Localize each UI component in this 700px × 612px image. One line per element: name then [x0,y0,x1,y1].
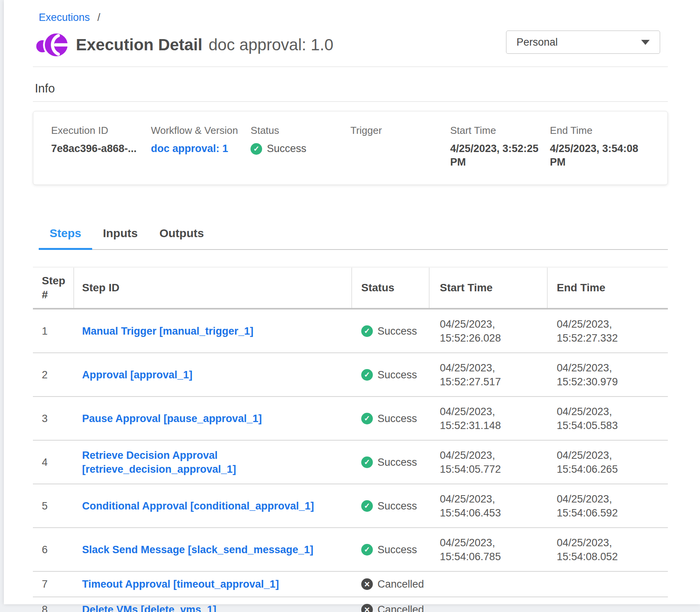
title-row: Execution Detail doc approval: 1.0 Perso… [35,30,668,60]
step-id-cell: Approval [approval_1] [74,362,341,387]
step-status: ✓Success [352,362,429,387]
main-panel: Executions / Execution Detail doc approv… [4,0,700,604]
table-row: 1Manual Trigger [manual_trigger_1]✓Succe… [33,309,668,353]
table-row: 2Approval [approval_1]✓Success04/25/2023… [33,353,668,397]
step-status: ✕Cancelled [352,597,429,612]
table-row: 6Slack Send Message [slack_send_message_… [33,528,668,572]
step-number: 8 [33,597,74,612]
step-start-time: 04/25/2023, 15:52:26.028 [429,312,534,350]
title-divider [33,67,668,67]
tab-inputs[interactable]: Inputs [92,227,149,250]
table-row: 7Timeout Approval [timeout_approval_1]✕C… [33,572,668,597]
step-status: ✓Success [352,450,429,475]
tab-steps[interactable]: Steps [39,227,92,250]
step-end-time: 04/25/2023, 15:54:05.583 [547,399,652,438]
steps-table: Step # Step ID Status Start Time End Tim… [33,267,668,612]
success-check-icon: ✓ [361,500,373,512]
success-check-icon: ✓ [361,413,373,424]
success-check-icon: ✓ [250,143,262,155]
success-check-icon: ✓ [361,325,373,337]
step-status: ✕Cancelled [352,572,429,597]
info-label: Execution ID [51,125,147,137]
step-end-time: 04/25/2023, 15:54:08.052 [547,530,652,569]
step-id-cell: Slack Send Message [slack_send_message_1… [74,537,341,562]
status-text: Success [377,412,417,426]
step-id-cell: Pause Approval [pause_approval_1] [74,406,341,431]
step-id-link[interactable]: Pause Approval [pause_approval_1] [82,413,262,424]
col-header-step-id: Step ID [74,277,352,299]
execution-status: ✓ Success [250,142,347,156]
info-label: Workflow & Version [151,125,247,137]
workspace-selector[interactable]: Personal [506,31,660,54]
workflow-version-link[interactable]: doc approval: 1 [151,142,247,156]
info-section-title: Info [35,82,668,96]
col-header-end-time: End Time [547,277,668,299]
tab-bar: Steps Inputs Outputs [39,227,668,250]
info-field-status: Status ✓ Success [250,125,350,169]
step-id-link[interactable]: Approval [approval_1] [82,369,192,381]
step-number: 5 [33,494,74,518]
status-text: Success [377,499,417,513]
col-header-start-time: Start Time [429,277,547,299]
step-number: 7 [33,572,74,597]
status-text: Success [377,368,417,382]
page-subtitle: doc approval: 1.0 [209,36,333,54]
status-text: Success [377,324,417,338]
step-id-link[interactable]: Conditional Approval [conditional_approv… [82,500,314,512]
step-number: 2 [33,362,74,387]
cancelled-x-icon: ✕ [361,604,373,612]
step-id-cell: Conditional Approval [conditional_approv… [74,494,341,518]
info-label: Start Time [450,125,546,137]
status-text: Cancelled [377,603,424,612]
col-header-step-number: Step # [33,270,74,306]
step-start-time [429,604,534,612]
step-id-link[interactable]: Retrieve Decision Approval [retrieve_dec… [82,450,236,475]
step-start-time: 04/25/2023, 15:52:31.148 [429,399,534,438]
info-label: Trigger [350,125,446,137]
info-divider [33,101,668,102]
step-end-time: 04/25/2023, 15:52:30.979 [547,356,652,394]
status-text: Success [267,142,306,156]
step-start-time [429,579,534,590]
tab-outputs[interactable]: Outputs [149,227,215,250]
col-header-status: Status [352,277,429,299]
step-id-link[interactable]: Slack Send Message [slack_send_message_1… [82,544,313,556]
step-id-link[interactable]: Delete VMs [delete_vms_1] [82,604,216,612]
status-text: Success [377,455,417,469]
breadcrumb: Executions / [39,0,668,24]
step-status: ✓Success [352,406,429,431]
step-number: 4 [33,450,74,475]
step-start-time: 04/25/2023, 15:54:06.785 [429,530,534,569]
workspace-selector-value: Personal [516,36,558,48]
info-field-workflow-version: Workflow & Version doc approval: 1 [151,125,251,169]
info-field-trigger: Trigger [350,125,450,169]
step-end-time: 04/25/2023, 15:54:06.592 [547,487,652,525]
success-check-icon: ✓ [361,369,373,381]
step-status: ✓Success [352,537,429,562]
table-row: 5Conditional Approval [conditional_appro… [33,484,668,528]
step-start-time: 04/25/2023, 15:52:27.517 [429,356,534,394]
status-text: Cancelled [377,577,424,591]
step-end-time: 04/25/2023, 15:54:06.265 [547,443,652,482]
page-title: Execution Detail [76,36,202,54]
success-check-icon: ✓ [361,456,373,468]
table-row: 3Pause Approval [pause_approval_1]✓Succe… [33,397,668,441]
step-id-cell: Retrieve Decision Approval [retrieve_dec… [74,443,341,482]
info-card: Execution ID 7e8ac396-a868-... Workflow … [33,111,668,185]
breadcrumb-executions-link[interactable]: Executions [39,12,90,23]
step-number: 6 [33,537,74,562]
table-row: 8Delete VMs [delete_vms_1]✕Cancelled [33,597,668,612]
step-id-link[interactable]: Timeout Approval [timeout_approval_1] [82,578,279,590]
start-time-value: 4/25/2023, 3:52:25 PM [450,142,546,169]
steps-table-header: Step # Step ID Status Start Time End Tim… [33,267,668,309]
table-row: 4Retrieve Decision Approval [retrieve_de… [33,441,668,484]
info-field-execution-id: Execution ID 7e8ac396-a868-... [51,125,151,169]
end-time-value: 4/25/2023, 3:54:08 PM [550,142,646,169]
info-label: End Time [550,125,646,137]
cancelled-x-icon: ✕ [361,578,373,590]
info-field-end-time: End Time 4/25/2023, 3:54:08 PM [550,125,650,169]
step-id-cell: Delete VMs [delete_vms_1] [74,597,341,612]
step-start-time: 04/25/2023, 15:54:06.453 [429,487,534,525]
step-id-cell: Timeout Approval [timeout_approval_1] [74,572,341,597]
step-id-link[interactable]: Manual Trigger [manual_trigger_1] [82,325,254,337]
